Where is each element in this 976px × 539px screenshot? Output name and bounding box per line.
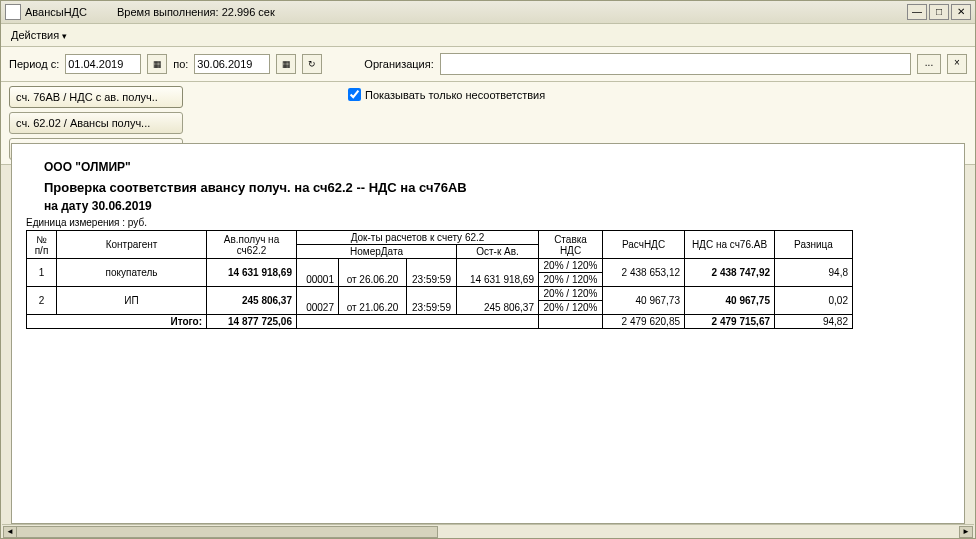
cell-total-razn: 94,82 <box>775 315 853 329</box>
cell-total-doc-blank <box>297 315 539 329</box>
cell-docdate-blank <box>339 287 407 301</box>
cell-total-nds: 2 479 715,67 <box>685 315 775 329</box>
org-label: Организация: <box>364 58 433 70</box>
report-unit: Единица измерения : руб. <box>26 217 950 228</box>
cell-docnum: 00027 <box>297 301 339 315</box>
cell-nds: 40 967,75 <box>685 287 775 315</box>
menubar: Действия <box>1 24 975 47</box>
cell-ost-blank <box>457 259 539 273</box>
th-razn: Разница <box>775 231 853 259</box>
cell-ost: 245 806,37 <box>457 301 539 315</box>
cell-n: 1 <box>27 259 57 287</box>
cell-ost-blank <box>457 287 539 301</box>
cell-docdate: от 21.06.20 <box>339 301 407 315</box>
scroll-thumb[interactable] <box>16 526 438 538</box>
cell-av: 245 806,37 <box>207 287 297 315</box>
date-to-input[interactable] <box>194 54 270 74</box>
org-select-button[interactable]: ... <box>917 54 941 74</box>
cell-ost: 14 631 918,69 <box>457 273 539 287</box>
org-input[interactable] <box>440 53 911 75</box>
close-button[interactable]: ✕ <box>951 4 971 20</box>
th-rasch: РасчНДС <box>603 231 685 259</box>
cell-total-rasch: 2 479 620,85 <box>603 315 685 329</box>
tab-76av[interactable]: сч. 76АВ / НДС с ав. получ.. <box>9 86 183 108</box>
cell-doctime-blank <box>407 287 457 301</box>
th-npp: № п/п <box>27 231 57 259</box>
cell-doctime: 23:59:59 <box>407 301 457 315</box>
tab-6202[interactable]: сч. 62.02 / Авансы получ... <box>9 112 183 134</box>
cell-razn: 94,8 <box>775 259 853 287</box>
cell-total-stavka-blank <box>539 315 603 329</box>
cell-stavka-bot: 20% / 120% <box>539 273 603 287</box>
show-mismatch-checkbox[interactable] <box>348 88 361 101</box>
cell-total-av: 14 877 725,06 <box>207 315 297 329</box>
toolbar: Период с: ▦ по: ▦ ↻ Организация: ... × <box>1 47 975 82</box>
cell-rasch: 2 438 653,12 <box>603 259 685 287</box>
cell-stavka-top: 20% / 120% <box>539 287 603 301</box>
cell-docdate-blank <box>339 259 407 273</box>
cell-n: 2 <box>27 287 57 315</box>
org-clear-button[interactable]: × <box>947 54 967 74</box>
cell-av: 14 631 918,69 <box>207 259 297 287</box>
cell-docdate: от 26.06.20 <box>339 273 407 287</box>
th-doc-group: Док-ты расчетов к счету 62.2 <box>297 231 539 245</box>
cell-docnum: 00001 <box>297 273 339 287</box>
th-nomer-data: НомерДата <box>297 245 457 259</box>
cell-rasch: 40 967,73 <box>603 287 685 315</box>
cell-razn: 0,02 <box>775 287 853 315</box>
cell-doctime: 23:59:59 <box>407 273 457 287</box>
app-icon <box>5 4 21 20</box>
horizontal-scrollbar[interactable]: ◄ ► <box>2 524 974 537</box>
show-mismatch-label: Показывать только несоответствия <box>365 89 545 101</box>
cell-docnum-blank <box>297 259 339 273</box>
cell-stavka-top: 20% / 120% <box>539 259 603 273</box>
cell-stavka-bot: 20% / 120% <box>539 301 603 315</box>
minimize-button[interactable]: — <box>907 4 927 20</box>
cell-doctime-blank <box>407 259 457 273</box>
report-table: № п/п Контрагент Ав.получ на сч62.2 Док-… <box>26 230 853 329</box>
th-stavka: Ставка НДС <box>539 231 603 259</box>
calendar-from-button[interactable]: ▦ <box>147 54 167 74</box>
report-area: ООО "ОЛМИР" Проверка соответствия авансу… <box>11 143 965 524</box>
period-from-label: Период с: <box>9 58 59 70</box>
exec-time-label: Время выполнения: <box>117 6 219 18</box>
cell-contragent: покупатель <box>57 259 207 287</box>
cell-docnum-blank <box>297 287 339 301</box>
th-av: Ав.получ на сч62.2 <box>207 231 297 259</box>
cell-total-label: Итого: <box>27 315 207 329</box>
report-title: Проверка соответствия авансу получ. на с… <box>44 180 950 195</box>
th-ost-av: Ост-к Ав. <box>457 245 539 259</box>
th-contragent: Контрагент <box>57 231 207 259</box>
menu-actions[interactable]: Действия <box>7 27 75 43</box>
scroll-left-arrow[interactable]: ◄ <box>3 526 17 538</box>
date-from-input[interactable] <box>65 54 141 74</box>
maximize-button[interactable]: □ <box>929 4 949 20</box>
cell-nds: 2 438 747,92 <box>685 259 775 287</box>
calendar-to-button[interactable]: ▦ <box>276 54 296 74</box>
period-to-label: по: <box>173 58 188 70</box>
scroll-right-arrow[interactable]: ► <box>959 526 973 538</box>
window-title: АвансыНДС <box>25 6 87 18</box>
th-nds: НДС на сч76.АВ <box>685 231 775 259</box>
refresh-button[interactable]: ↻ <box>302 54 322 74</box>
report-org: ООО "ОЛМИР" <box>44 160 950 174</box>
titlebar: АвансыНДС Время выполнения: 22.996 сек —… <box>1 1 975 24</box>
report-date: на дату 30.06.2019 <box>44 199 950 213</box>
exec-time-value: 22.996 сек <box>222 6 275 18</box>
exec-time: Время выполнения: 22.996 сек <box>117 6 275 18</box>
cell-contragent: ИП <box>57 287 207 315</box>
